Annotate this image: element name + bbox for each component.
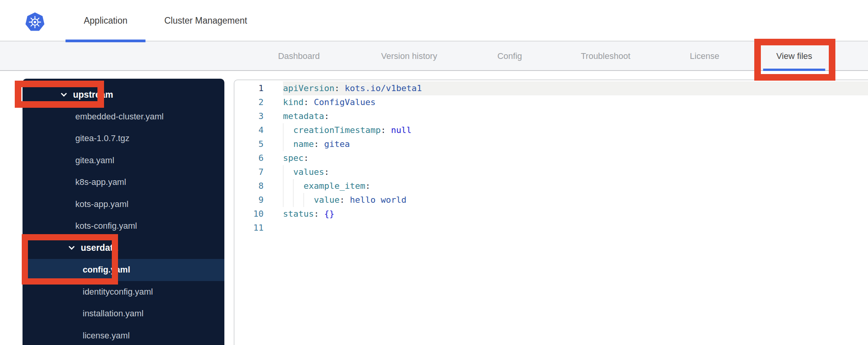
line-number: 4 — [234, 123, 264, 137]
line-number: 8 — [234, 179, 264, 193]
app-header: Application Cluster Management — [0, 0, 868, 41]
active-subnav-underline — [763, 69, 825, 71]
subnav-label: Config — [497, 51, 522, 61]
file-label: license.yaml — [83, 331, 130, 341]
code-line: creationTimestamp: null — [283, 123, 868, 137]
subnav-tab-troubleshoot[interactable]: Troubleshoot — [581, 41, 630, 71]
line-number: 10 — [234, 207, 264, 221]
tree-file-kots-config-yaml[interactable]: kots-config.yaml — [23, 215, 224, 237]
tree-file-embedded-cluster-yaml[interactable]: embedded-cluster.yaml — [23, 106, 224, 128]
file-tree-sidebar: upstream embedded-cluster.yaml gitea-1.0… — [23, 79, 224, 345]
code-line: metadata: — [283, 109, 868, 123]
code-line: kind: ConfigValues — [283, 95, 868, 109]
line-number: 5 — [234, 137, 264, 151]
code-line: value: hello world — [283, 193, 868, 207]
folder-label: upstream — [73, 90, 113, 100]
code-line: status: {} — [283, 207, 868, 221]
line-number-gutter: 1 2 3 4 5 6 7 8 9 10 11 — [234, 81, 264, 345]
file-label: config.yaml — [83, 265, 130, 275]
tree-file-identityconfig-yaml[interactable]: identityconfig.yaml — [23, 281, 224, 303]
subnav-tab-version-history[interactable]: Version history — [381, 41, 437, 71]
line-number: 1 — [234, 81, 264, 95]
line-number: 11 — [234, 221, 264, 235]
file-label: identityconfig.yaml — [83, 287, 153, 297]
file-label: installation.yaml — [83, 309, 144, 319]
tab-cluster-management[interactable]: Cluster Management — [164, 0, 247, 41]
file-label: embedded-cluster.yaml — [75, 112, 163, 122]
line-number: 3 — [234, 109, 264, 123]
kubernetes-logo-icon — [25, 10, 45, 34]
subnav-tab-view-files[interactable]: View files — [776, 41, 812, 71]
yaml-file-viewer[interactable]: 1 2 3 4 5 6 7 8 9 10 11 apiVersion: kots… — [234, 79, 868, 345]
line-number: 2 — [234, 95, 264, 109]
tree-file-k8s-app-yaml[interactable]: k8s-app.yaml — [23, 171, 224, 193]
tree-file-installation-yaml[interactable]: installation.yaml — [23, 303, 224, 325]
line-number: 6 — [234, 151, 264, 165]
code-line: values: — [283, 165, 868, 179]
app-subnav: Dashboard Version history Config Trouble… — [0, 41, 868, 71]
tab-application[interactable]: Application — [84, 0, 128, 41]
tree-file-config-yaml[interactable]: config.yaml — [23, 259, 224, 281]
subnav-label: View files — [776, 51, 812, 61]
tree-file-gitea-tgz[interactable]: gitea-1.0.7.tgz — [23, 128, 224, 150]
code-line: apiVersion: kots.io/v1beta1 — [283, 81, 868, 95]
file-label: k8s-app.yaml — [75, 177, 126, 187]
subnav-label: License — [690, 51, 719, 61]
code-line: name: gitea — [283, 137, 868, 151]
tree-file-license-yaml[interactable]: license.yaml — [23, 325, 224, 345]
folder-label: userdata — [81, 243, 118, 253]
tree-folder-userdata[interactable]: userdata — [23, 237, 224, 259]
file-label: kots-config.yaml — [75, 221, 137, 231]
file-label: gitea.yaml — [75, 155, 114, 166]
chevron-down-icon — [61, 90, 67, 97]
tab-cluster-management-label: Cluster Management — [164, 16, 247, 26]
code-line — [283, 221, 868, 235]
tree-folder-upstream[interactable]: upstream — [23, 84, 224, 106]
subnav-tab-config[interactable]: Config — [497, 41, 522, 71]
code-line: example_item: — [283, 179, 868, 193]
subnav-label: Version history — [381, 51, 437, 61]
file-label: kots-app.yaml — [75, 199, 128, 209]
active-tab-underline — [66, 40, 146, 42]
tree-file-kots-app-yaml[interactable]: kots-app.yaml — [23, 193, 224, 216]
line-number: 9 — [234, 193, 264, 207]
tab-application-label: Application — [84, 16, 128, 26]
file-label: gitea-1.0.7.tgz — [75, 133, 129, 143]
tree-file-gitea-yaml[interactable]: gitea.yaml — [23, 150, 224, 172]
subnav-tab-license[interactable]: License — [690, 41, 719, 71]
subnav-label: Troubleshoot — [581, 51, 630, 61]
code-line: spec: — [283, 151, 868, 165]
subnav-label: Dashboard — [278, 51, 320, 61]
chevron-down-icon — [69, 244, 75, 250]
code-area: apiVersion: kots.io/v1beta1 kind: Config… — [264, 81, 868, 345]
subnav-tab-dashboard[interactable]: Dashboard — [278, 41, 320, 71]
line-number: 7 — [234, 165, 264, 179]
